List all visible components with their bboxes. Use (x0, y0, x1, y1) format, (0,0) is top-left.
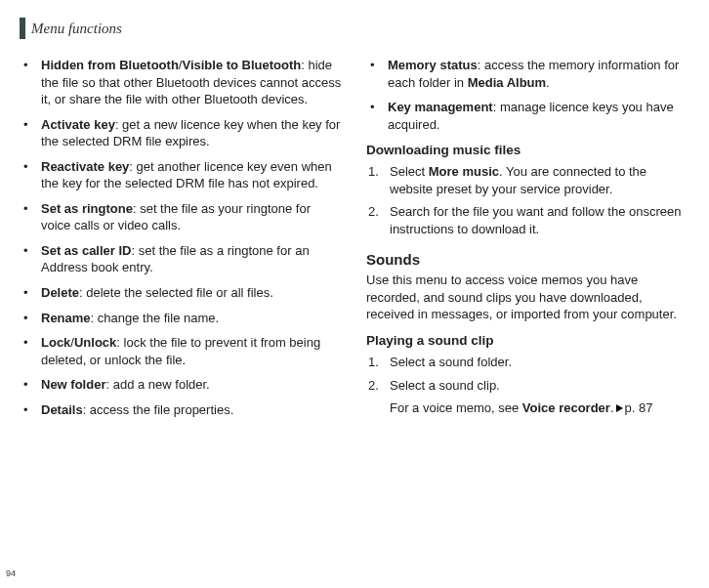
list-item-text: Reactivate key: get another licence key … (41, 158, 343, 192)
list-item-text: Key management: manage licence keys you … (388, 99, 689, 133)
term-bold: Media Album (468, 75, 546, 90)
bullet-icon: • (20, 57, 41, 108)
term-bold: Memory status (388, 58, 478, 72)
list-item-text: Delete: delete the selected file or all … (41, 284, 343, 302)
header-title: Menu functions (31, 21, 122, 37)
term-bold: Key management (388, 100, 493, 114)
numbered-text: Search for the file you want and follow … (390, 203, 689, 237)
sounds-intro: Use this menu to access voice memos you … (366, 272, 689, 323)
bullet-icon: • (366, 99, 388, 133)
list-item: • New folder: add a new folder. (20, 376, 343, 394)
term-bold: Activate key (41, 117, 115, 132)
triangle-icon (616, 404, 623, 412)
number-label: 2. (366, 203, 390, 237)
numbered-item: 1. Select More music. You are connected … (366, 163, 689, 197)
list-item-text: Lock/Unlock: lock the file to prevent it… (41, 334, 343, 368)
list-item-text: Hidden from Bluetooth/Visible to Bluetoo… (41, 57, 343, 108)
number-label: 1. (366, 163, 390, 197)
term-bold: Rename (41, 311, 91, 325)
list-item: • Delete: delete the selected file or al… (20, 284, 343, 302)
numbered-item: 2. Select a sound clip. (366, 377, 689, 395)
term-bold: Lock (41, 335, 70, 350)
term-bold: Unlock (74, 335, 116, 350)
list-item: • Reactivate key: get another licence ke… (20, 158, 343, 192)
numbered-item: 2. Search for the file you want and foll… (366, 203, 689, 237)
bullet-icon: • (20, 158, 41, 192)
term-bold: New folder (41, 377, 105, 392)
list-item: • Set as ringtone: set the file as your … (20, 200, 343, 234)
list-item-text: Activate key: get a new licence key when… (41, 116, 343, 150)
bullet-icon: • (20, 376, 41, 394)
bullet-icon: • (20, 401, 41, 419)
term-bold: Reactivate key (41, 159, 129, 174)
bullet-icon: • (20, 242, 41, 276)
numbered-text: Select a sound clip. (390, 377, 689, 395)
bullet-icon: • (20, 310, 41, 327)
term-bold: Details (41, 402, 83, 417)
list-item: • Rename: change the file name. (20, 310, 343, 327)
term-bold: Set as caller ID (41, 243, 132, 258)
list-item-text: Details: access the file properties. (41, 401, 343, 419)
numbered-text: Select More music. You are connected to … (390, 163, 689, 197)
list-item-text: New folder: add a new folder. (41, 376, 343, 394)
bullet-icon: • (20, 284, 41, 302)
bullet-icon: • (366, 57, 388, 91)
numbered-text: Select a sound folder. (390, 354, 689, 371)
term-bold: Visible to Bluetooth (182, 58, 301, 72)
subheading-playing: Playing a sound clip (366, 333, 689, 348)
header-accent-bar (20, 18, 25, 39)
list-item: • Key management: manage licence keys yo… (366, 99, 689, 133)
term-bold: Hidden from Bluetooth (41, 58, 179, 72)
list-item-text: Set as ringtone: set the file as your ri… (41, 200, 343, 234)
term-bold: Delete (41, 285, 79, 300)
list-item-text: Memory status: access the memory informa… (388, 57, 689, 91)
numbered-item: 1. Select a sound folder. (366, 354, 689, 371)
section-heading-sounds: Sounds (366, 251, 689, 268)
list-item: • Hidden from Bluetooth/Visible to Bluet… (20, 57, 343, 108)
page-header: Menu functions (20, 18, 689, 39)
bullet-icon: • (20, 116, 41, 150)
page-ref: p. 87 (625, 400, 653, 415)
term-bold: Voice recorder (522, 400, 610, 415)
bullet-icon: • (20, 200, 41, 234)
list-item-text: Rename: change the file name. (41, 310, 343, 327)
column-right: • Memory status: access the memory infor… (366, 57, 689, 426)
page-number: 94 (6, 568, 16, 578)
content-columns: • Hidden from Bluetooth/Visible to Bluet… (20, 57, 689, 426)
column-left: • Hidden from Bluetooth/Visible to Bluet… (20, 57, 343, 426)
term-bold: More music (429, 164, 499, 179)
subheading-downloading: Downloading music files (366, 143, 689, 157)
list-item-text: Set as caller ID: set the file as a ring… (41, 242, 343, 276)
list-item: • Lock/Unlock: lock the file to prevent … (20, 334, 343, 368)
number-label: 2. (366, 377, 390, 395)
list-item: • Memory status: access the memory infor… (366, 57, 689, 91)
list-item: • Set as caller ID: set the file as a ri… (20, 242, 343, 276)
list-item: • Details: access the file properties. (20, 401, 343, 419)
bullet-icon: • (20, 334, 41, 368)
number-label: 1. (366, 354, 390, 371)
voice-memo-note: For a voice memo, see Voice recorder.p. … (366, 399, 689, 417)
term-bold: Set as ringtone (41, 201, 133, 216)
list-item: • Activate key: get a new licence key wh… (20, 116, 343, 150)
